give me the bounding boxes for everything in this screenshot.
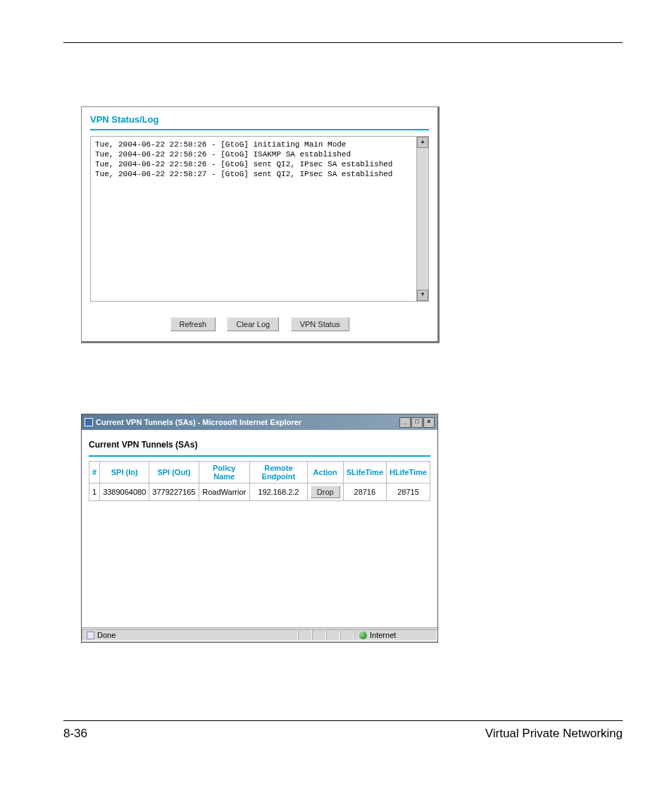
panel1-divider — [90, 129, 429, 130]
ie-titlebar[interactable]: Current VPN Tunnels (SAs) - Microsoft In… — [82, 414, 437, 430]
drop-button[interactable]: Drop — [311, 486, 340, 498]
cell-num: 1 — [89, 483, 100, 501]
col-spi-out: SPI (Out) — [149, 462, 199, 483]
cell-spi-in: 3389064080 — [100, 483, 149, 501]
page-icon — [87, 632, 94, 639]
col-spi-in: SPI (In) — [100, 462, 149, 483]
cell-spi-out: 3779227165 — [149, 483, 199, 501]
ie-window-title: Current VPN Tunnels (SAs) - Microsoft In… — [96, 418, 301, 426]
col-action: Action — [307, 462, 343, 483]
vpn-tunnels-table: # SPI (In) SPI (Out) Policy Name Remote … — [89, 461, 430, 501]
ie-app-icon — [85, 418, 93, 426]
col-slife: SLifeTime — [343, 462, 386, 483]
page-footer: 8-36 Virtual Private Networking — [63, 720, 623, 741]
cell-hlife: 28715 — [387, 483, 430, 501]
page-number: 8-36 — [63, 727, 87, 741]
status-zone: Internet — [354, 629, 437, 641]
scroll-down-button[interactable]: ▼ — [417, 290, 428, 301]
status-sep3 — [326, 629, 340, 641]
cell-action: Drop — [307, 483, 343, 501]
status-sep2 — [312, 629, 326, 641]
vpn-status-log-title: VPN Status/Log — [90, 114, 429, 125]
table-row: 1 3389064080 3779227165 RoadWarrior 192.… — [89, 483, 430, 501]
col-hlife: HLifeTime — [387, 462, 430, 483]
chapter-title: Virtual Private Networking — [485, 727, 623, 741]
ie-window: Current VPN Tunnels (SAs) - Microsoft In… — [81, 414, 438, 643]
panel2-divider — [89, 455, 430, 457]
log-textarea[interactable]: Tue, 2004-06-22 22:58:26 - [GtoG] initia… — [90, 136, 429, 302]
cell-remote: 192.168.2.2 — [249, 483, 307, 501]
ie-content-area: Current VPN Tunnels (SAs) # SPI (In) SPI… — [82, 430, 437, 627]
maximize-button[interactable]: □ — [411, 417, 423, 428]
page-top-rule — [63, 42, 623, 43]
status-done: Done — [82, 629, 298, 641]
status-sep4 — [340, 629, 354, 641]
minimize-button[interactable]: _ — [399, 417, 411, 428]
clear-log-button[interactable]: Clear Log — [227, 317, 279, 331]
internet-zone-icon — [359, 632, 367, 639]
vpn-status-log-panel: VPN Status/Log Tue, 2004-06-22 22:58:26 … — [81, 106, 440, 343]
scroll-up-button[interactable]: ▲ — [417, 137, 428, 148]
cell-slife: 28716 — [343, 483, 386, 501]
status-sep1 — [298, 629, 312, 641]
col-num: # — [89, 462, 100, 483]
col-remote: Remote Endpoint — [249, 462, 307, 483]
close-button[interactable]: × — [423, 417, 435, 428]
tunnels-heading: Current VPN Tunnels (SAs) — [89, 440, 430, 450]
vpn-status-button[interactable]: VPN Status — [291, 317, 349, 331]
col-policy: Policy Name — [199, 462, 249, 483]
log-content: Tue, 2004-06-22 22:58:26 - [GtoG] initia… — [91, 137, 417, 301]
log-scrollbar[interactable]: ▲ ▼ — [416, 137, 428, 301]
refresh-button[interactable]: Refresh — [170, 317, 216, 331]
cell-policy: RoadWarrior — [199, 483, 249, 501]
ie-statusbar: Done Internet — [82, 627, 437, 642]
